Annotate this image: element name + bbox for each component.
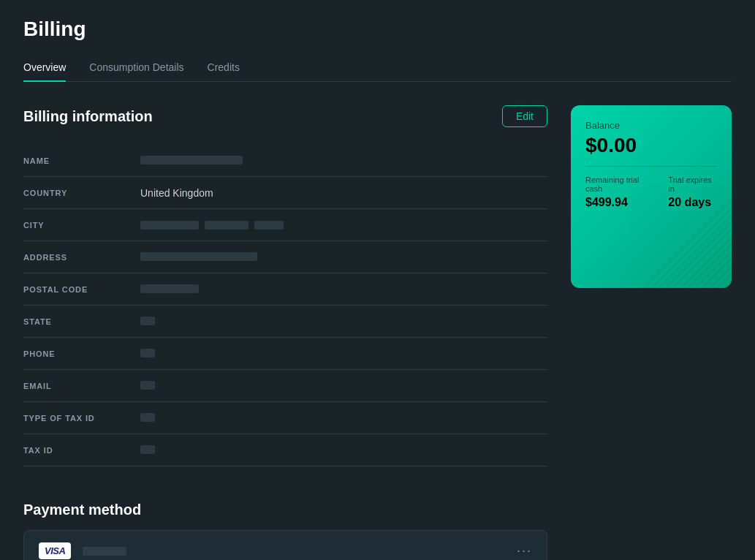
edit-button[interactable]: Edit bbox=[502, 105, 547, 127]
field-label-address: ADDRESS bbox=[23, 253, 140, 262]
balance-card: Balance $0.00 Remaining trial cash $499.… bbox=[571, 105, 732, 288]
field-value-address bbox=[140, 251, 547, 263]
payment-card-left: VISA bbox=[39, 542, 126, 559]
field-value-tax-id-type bbox=[140, 412, 547, 424]
left-section: Billing information Edit NAME COUNTRY Un… bbox=[23, 105, 547, 560]
field-value-country: United Kingdom bbox=[140, 187, 547, 199]
balance-label: Balance bbox=[585, 120, 717, 131]
balance-divider bbox=[585, 166, 717, 167]
billing-info-header: Billing information Edit bbox=[23, 105, 547, 127]
trial-expires-label: Trial expires in bbox=[668, 175, 717, 193]
blur-tax-type bbox=[140, 413, 155, 422]
field-row-tax-id: TAX ID bbox=[23, 434, 547, 466]
field-value-city bbox=[140, 221, 547, 230]
field-label-email: EMAIL bbox=[23, 382, 140, 390]
field-row-phone: PHONE bbox=[23, 338, 547, 370]
field-row-name: NAME bbox=[23, 145, 547, 177]
field-value-phone bbox=[140, 348, 547, 360]
billing-info-title: Billing information bbox=[23, 108, 153, 125]
trial-expires-item: Trial expires in 20 days bbox=[668, 175, 717, 209]
blur-phone bbox=[140, 349, 155, 357]
field-label-country: COUNTRY bbox=[23, 189, 140, 197]
card-number-blur bbox=[83, 547, 126, 556]
blur-address bbox=[140, 252, 257, 261]
blur-name bbox=[140, 156, 243, 164]
main-content: Billing information Edit NAME COUNTRY Un… bbox=[23, 105, 732, 560]
field-row-email: EMAIL bbox=[23, 370, 547, 402]
blur-city-1 bbox=[140, 221, 199, 230]
tab-overview[interactable]: Overview bbox=[23, 56, 66, 82]
blur-city-2 bbox=[205, 221, 248, 230]
field-row-city: CITY bbox=[23, 209, 547, 241]
blur-state bbox=[140, 317, 155, 325]
payment-card: VISA ··· bbox=[23, 530, 547, 560]
field-label-tax-id-type: TYPE OF TAX ID bbox=[23, 414, 140, 423]
trial-cash-item: Remaining trial cash $499.94 bbox=[585, 175, 653, 209]
billing-fields: NAME COUNTRY United Kingdom CITY bbox=[23, 145, 547, 466]
visa-logo: VISA bbox=[39, 542, 71, 559]
payment-method-section: Payment method VISA ··· bbox=[23, 502, 547, 560]
field-label-tax-id: TAX ID bbox=[23, 446, 140, 455]
field-row-postal-code: POSTAL CODE bbox=[23, 273, 547, 306]
field-value-state bbox=[140, 316, 547, 328]
trial-cash-value: $499.94 bbox=[585, 196, 653, 209]
field-label-name: NAME bbox=[23, 156, 140, 165]
tabs-nav: Overview Consumption Details Credits bbox=[23, 56, 732, 82]
balance-info-row: Remaining trial cash $499.94 Trial expir… bbox=[585, 175, 717, 209]
field-value-tax-id bbox=[140, 444, 547, 456]
field-row-address: ADDRESS bbox=[23, 241, 547, 273]
balance-amount: $0.00 bbox=[585, 134, 717, 157]
field-row-state: STATE bbox=[23, 306, 547, 338]
field-label-state: STATE bbox=[23, 317, 140, 326]
page-title: Billing bbox=[23, 18, 732, 41]
field-label-postal-code: POSTAL CODE bbox=[23, 285, 140, 294]
field-row-country: COUNTRY United Kingdom bbox=[23, 177, 547, 209]
payment-method-title: Payment method bbox=[23, 502, 547, 518]
tab-credits[interactable]: Credits bbox=[208, 56, 240, 82]
field-label-city: CITY bbox=[23, 221, 140, 230]
trial-expires-value: 20 days bbox=[668, 196, 717, 209]
blur-city-3 bbox=[254, 221, 284, 230]
blur-email bbox=[140, 381, 155, 390]
field-label-phone: PHONE bbox=[23, 349, 140, 358]
field-value-postal-code bbox=[140, 284, 547, 295]
field-row-tax-id-type: TYPE OF TAX ID bbox=[23, 402, 547, 434]
tab-consumption-details[interactable]: Consumption Details bbox=[89, 56, 183, 82]
card-menu-button[interactable]: ··· bbox=[517, 543, 532, 559]
field-value-email bbox=[140, 380, 547, 392]
trial-cash-label: Remaining trial cash bbox=[585, 175, 653, 193]
blur-postal bbox=[140, 284, 199, 293]
field-value-name bbox=[140, 155, 547, 167]
blur-tax-id bbox=[140, 445, 155, 454]
